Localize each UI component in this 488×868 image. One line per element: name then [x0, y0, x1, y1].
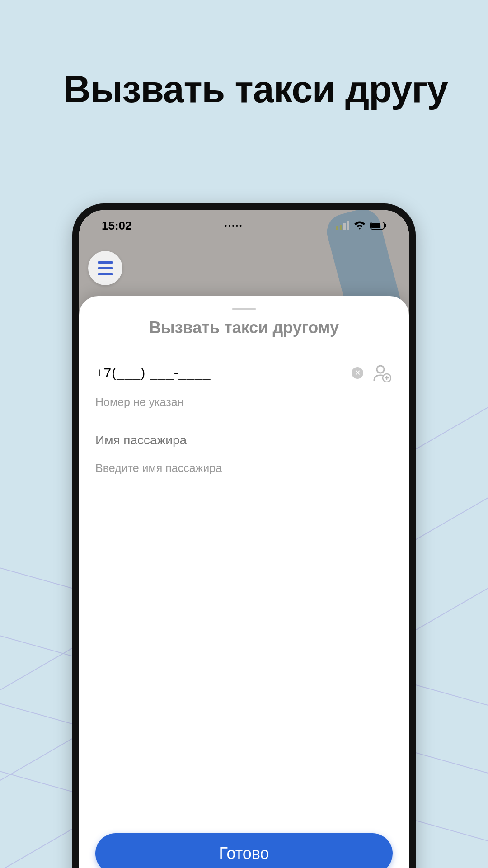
signal-icon — [336, 221, 349, 230]
menu-icon — [98, 261, 113, 264]
phone-helper: Номер не указан — [95, 396, 393, 409]
svg-rect-8 — [371, 223, 380, 228]
status-bar: 15:02 ••••• — [79, 210, 409, 241]
phone-screen: 15:02 ••••• Вызвать такси другому ✕ — [79, 210, 409, 868]
add-contact-icon — [372, 363, 391, 382]
phone-field-row: ✕ — [95, 363, 393, 387]
phone-frame: 15:02 ••••• Вызвать такси другому ✕ — [72, 203, 416, 868]
page-title: Вызвать такси другу — [63, 59, 448, 119]
name-helper: Введите имя пассажира — [95, 462, 393, 475]
clear-icon[interactable]: ✕ — [352, 367, 363, 379]
sheet-grabber[interactable] — [232, 308, 256, 310]
status-dots: ••••• — [132, 222, 337, 230]
sheet-title: Вызвать такси другому — [95, 318, 393, 337]
done-button[interactable]: Готово — [95, 833, 393, 868]
menu-button[interactable] — [88, 251, 122, 285]
svg-rect-9 — [385, 224, 386, 227]
svg-point-10 — [377, 366, 384, 373]
bottom-sheet: Вызвать такси другому ✕ Номер не указ — [79, 296, 409, 868]
status-time: 15:02 — [102, 219, 132, 233]
passenger-name-input[interactable] — [95, 430, 393, 454]
battery-icon — [370, 222, 386, 230]
phone-input[interactable] — [95, 365, 347, 381]
add-contact-button[interactable] — [371, 363, 393, 382]
wifi-icon — [354, 221, 366, 230]
